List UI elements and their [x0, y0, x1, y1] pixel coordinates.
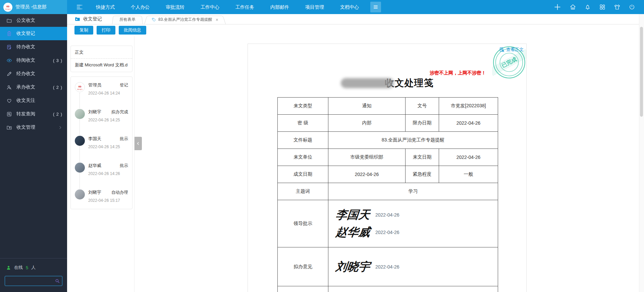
register-icon	[6, 31, 12, 37]
person-search-icon	[6, 84, 12, 90]
doc-table-row: 密 级内部限办日期2022-04-26	[278, 115, 498, 132]
timeline-action: 批示	[120, 163, 128, 169]
sidebar-item[interactable]: 承办收文( 2 )	[0, 80, 67, 94]
signature-date: 2022-04-26	[375, 264, 399, 270]
timeline-time: 2022-04-26 14:25	[88, 144, 129, 149]
nav-item[interactable]: 文档中心	[332, 0, 367, 14]
tab-label: 83.全面从严治党工作专题提醒	[158, 17, 212, 22]
pen-icon	[6, 71, 12, 77]
sidebar-section-label: 公文收文	[16, 17, 35, 23]
main-area: 查看正文 已完成 涉密不上网，上网不涉密！ 收文处理笺 来文类型通知文号市党发[…	[135, 36, 639, 292]
doc-table-row: 主题词学习	[278, 183, 498, 200]
doc-table-row: 成文日期2022-04-26紧急程度一般	[278, 166, 498, 183]
collapse-menu-icon[interactable]	[76, 3, 83, 11]
tab[interactable]: 83.全面从严治党工作专题提醒×	[144, 15, 226, 24]
close-icon[interactable]: ×	[216, 17, 218, 22]
sidebar-item[interactable]: 收文关注	[0, 94, 67, 107]
tag-icon	[152, 17, 156, 22]
folder-icon	[6, 18, 12, 23]
forward-icon	[6, 111, 12, 117]
sidebar-section-gongwen[interactable]: 公文收文	[0, 14, 67, 27]
cell-label: 拟办意见	[278, 247, 328, 286]
attachment-panel: 正文 新建 Microsoft Word 文档.d ∞华天动力管理员登记2022…	[67, 36, 135, 292]
cell-label: 来文类型	[278, 98, 328, 115]
theme-icon[interactable]	[614, 4, 621, 10]
panel-collapse-handle[interactable]	[135, 137, 142, 150]
todo-icon	[6, 44, 12, 50]
tabbar: 收文登记 所有表单83.全面从严治党工作专题提醒×	[67, 14, 644, 24]
toolbar: 复制打印批阅信息	[67, 24, 644, 36]
online-count: 5	[26, 265, 28, 270]
sidebar-item[interactable]: 收文登记	[0, 27, 67, 40]
nav-item[interactable]: 快捷方式	[88, 0, 123, 14]
sidebar-item-label: 收文管理	[16, 124, 35, 130]
sidebar-item-label: 收文登记	[16, 31, 35, 37]
cell-label: 限办日期	[406, 115, 439, 132]
timeline-entry: 刘晓宇自动办理2022-04-26 15:17	[75, 189, 129, 203]
toolbar-button[interactable]: 批阅信息	[119, 26, 146, 35]
online-label: 在线	[14, 265, 23, 271]
app-logo-icon: ∞华天动力	[3, 3, 12, 12]
sidebar-item[interactable]: 待办收文	[0, 40, 67, 54]
attachment-file[interactable]: 新建 Microsoft Word 文档.d	[71, 59, 132, 72]
module-title: 收文登记	[83, 16, 102, 22]
flow-card: ∞华天动力管理员登记2022-04-26 14:24刘晓宇拟办完成2022-04…	[70, 76, 132, 209]
signature-date: 2022-04-26	[375, 230, 399, 235]
search-input[interactable]	[5, 276, 62, 286]
module-label: 收文登记	[67, 16, 112, 22]
bell-icon[interactable]	[584, 4, 591, 10]
doc-table-row: 来文单位市级党委组织部来文日期2022-04-26	[278, 149, 498, 166]
nav-item[interactable]: 审批流转	[158, 0, 193, 14]
svg-text:已完成: 已完成	[500, 56, 518, 68]
cell-value: 市级党委组织部	[328, 149, 406, 166]
search-icon[interactable]	[55, 278, 60, 284]
sidebar-item[interactable]: 经办收文	[0, 67, 67, 80]
cell-value: 通知	[328, 98, 406, 115]
more-menu-button[interactable]	[370, 2, 381, 12]
sidebar: 公文收文 收文登记待办收文待阅收文( 3 )经办收文承办收文( 2 )收文关注转…	[0, 14, 67, 292]
timeline-time: 2022-04-26 14:26	[88, 171, 129, 176]
avatar	[75, 163, 85, 173]
topbar: ∞华天动力 管理员 -信息部 快捷方式个人办公审批流转工作中心工作任务内部邮件项…	[0, 0, 644, 14]
sidebar-item-label: 承办收文	[16, 84, 35, 90]
doc-search-icon	[499, 47, 505, 53]
nav-item[interactable]: 项目管理	[297, 0, 332, 14]
timeline-name: 李国天	[88, 136, 101, 142]
chevron-right-icon	[58, 125, 62, 130]
cell-signatures: 刘晓宇2022-04-26	[328, 247, 498, 286]
apps-icon[interactable]	[599, 4, 606, 10]
view-source-link[interactable]: 查看正文	[499, 47, 524, 53]
home-icon[interactable]	[570, 4, 576, 10]
folder-open-icon	[74, 16, 80, 22]
timeline-entry: 刘晓宇拟办完成2022-04-26 14:25	[75, 109, 129, 122]
nav-item[interactable]: 个人办公	[123, 0, 158, 14]
brand[interactable]: ∞华天动力 管理员 -信息部	[0, 0, 67, 14]
eye-icon	[6, 58, 12, 63]
sidebar-item-count: ( 2 )	[53, 85, 62, 90]
timeline-action: 登记	[120, 82, 128, 88]
nav-item[interactable]: 工作中心	[193, 0, 227, 14]
nav-item[interactable]: 内部邮件	[262, 0, 297, 14]
scrollbar-thumb[interactable]	[640, 27, 643, 117]
tab[interactable]: 所有表单	[112, 15, 143, 24]
sidebar-item[interactable]: 待阅收文( 3 )	[0, 54, 67, 67]
cell-value: 学习	[328, 183, 498, 200]
online-status: 在线 5 人	[6, 265, 62, 271]
sidebar-item-label: 转发查阅	[16, 111, 35, 117]
sidebar-item[interactable]: 转发查阅( 2 )	[0, 107, 67, 121]
sidebar-item-count: ( 3 )	[53, 58, 62, 63]
cell-value: 内部	[328, 115, 406, 132]
sidebar-item[interactable]: 收文管理	[0, 121, 67, 134]
cell-value: 83.全面从严治党工作专题提醒	[328, 132, 498, 149]
plus-icon[interactable]	[553, 3, 561, 11]
timeline-time: 2022-04-26 15:17	[88, 198, 129, 203]
power-icon[interactable]	[629, 4, 635, 10]
toolbar-button[interactable]: 打印	[97, 26, 115, 35]
cell-value	[328, 286, 498, 292]
signature: 李国天	[335, 207, 371, 223]
hamburger-icon	[373, 4, 379, 10]
document-table: 来文类型通知文号市党发[2022038]密 级内部限办日期2022-04-26文…	[277, 97, 498, 292]
nav-item[interactable]: 工作任务	[227, 0, 262, 14]
toolbar-button[interactable]: 复制	[74, 26, 93, 35]
cell-label: 文号	[406, 98, 439, 115]
